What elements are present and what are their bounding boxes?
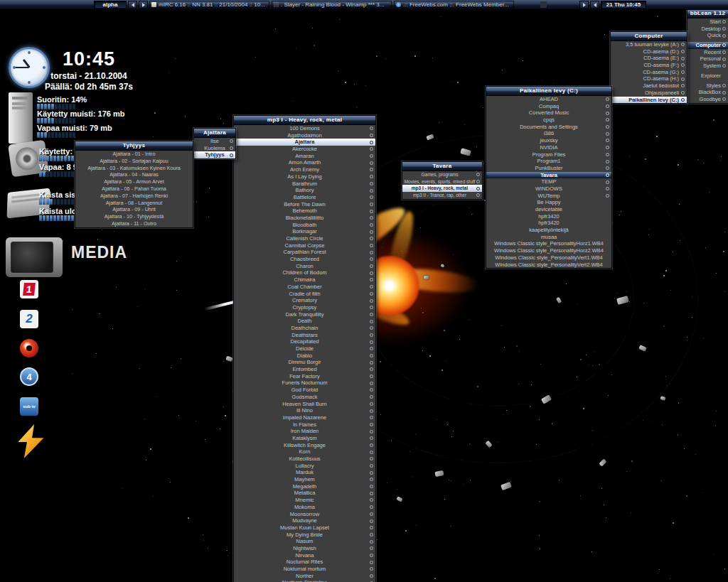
menu-item[interactable]: Callenish Circle [234, 235, 375, 242]
menu-item[interactable]: WINDOWS [486, 185, 611, 193]
menu-item[interactable]: Decapitated [234, 338, 375, 345]
menu-item[interactable]: Desktop [687, 26, 728, 33]
menu-item[interactable]: In Flames [234, 421, 375, 429]
menu-item[interactable]: Death [234, 318, 375, 325]
tray-icon[interactable] [540, 1, 547, 8]
menu-item[interactable]: Blackmetalliliitto [234, 215, 375, 222]
menu-item[interactable]: As I Lay Dying [234, 173, 375, 180]
menu-item[interactable]: jeuxsky [486, 137, 611, 144]
menu-item[interactable]: My Dying Bride [234, 532, 375, 539]
menu-item[interactable]: Converted Music [486, 109, 611, 117]
menu-item[interactable]: Behemoth [234, 208, 375, 215]
menu-item[interactable]: i386 [486, 130, 611, 137]
menu-item[interactable]: BlackBox [687, 89, 728, 96]
menu-item[interactable]: Megadeth [234, 483, 375, 490]
menu-item[interactable]: Ajattara - 09 - Uhrit [75, 206, 193, 213]
menu-item[interactable]: Ajattara - 06 - Pahan Tuoma [75, 185, 193, 193]
menu-item[interactable]: Jaetut tiedostot [611, 82, 687, 90]
menu-item[interactable]: Mayhem [234, 476, 375, 483]
menu-item[interactable]: Explorer [687, 72, 728, 80]
menu-item[interactable]: Bloodbath [234, 222, 375, 229]
menu-item[interactable]: Nokturnal mortum [234, 566, 375, 573]
taskbar-task[interactable]: mIRC 6.16 :: NN 3.81 :: 21/10/2004 :: 10… [149, 1, 269, 9]
menu-item[interactable]: Ajattara - 08 - Langennut [75, 200, 193, 207]
menu-item[interactable]: Marduk [234, 469, 375, 476]
menu-item[interactable]: Cryptopsy [234, 304, 375, 311]
menu-item[interactable]: Ohjauspaneeli [611, 90, 687, 97]
menu-item[interactable]: WUTemp [486, 193, 611, 200]
menu-item[interactable]: Program Files [486, 151, 611, 158]
menu-item[interactable]: Cradle of filth [234, 291, 375, 298]
menu-item[interactable]: AHEAD [486, 96, 611, 103]
menu-item[interactable]: Deathstars [234, 332, 375, 339]
menu-item[interactable]: kaapelityöntekijä [486, 227, 611, 234]
menu-item[interactable]: Nirvana [234, 552, 375, 559]
tray-icon[interactable] [517, 1, 523, 8]
menu-item[interactable]: Crematory [234, 297, 375, 304]
menu-item[interactable]: Nocturnal Rites [234, 559, 375, 566]
menu-item[interactable]: Metallica [234, 490, 375, 497]
menu-item[interactable]: CD-asema (H:) [611, 75, 687, 82]
menu-item[interactable]: hpfr3420 [486, 213, 611, 220]
menu-item[interactable]: Mustan Kuun Lapset [234, 524, 375, 532]
menu-item[interactable]: Compaq [486, 103, 611, 110]
menu-item[interactable]: CD-asema (E:) [611, 55, 687, 62]
menu-title[interactable]: Ajattara [194, 129, 235, 138]
menu-item[interactable]: Children of Bodom [234, 269, 375, 276]
menu-item[interactable]: devicetable [486, 206, 611, 213]
menu-item[interactable]: Start [687, 18, 728, 26]
menu-item[interactable]: Styles [687, 82, 728, 90]
menu-item[interactable]: Ajattara - 02 - Sortajan Kaipuu [75, 158, 193, 165]
menu-item[interactable]: Ajattara - 11 - Outro [75, 220, 193, 227]
menu-item[interactable]: Akercocke [234, 146, 375, 153]
menu-item[interactable]: Windows Classic style_PersonalityHorz2.W… [486, 247, 611, 254]
menu-item[interactable]: Ajattara - 03 - Katumuksen Kyinen Koura [75, 165, 193, 172]
menu-item[interactable]: Goodbye [687, 96, 728, 103]
menu-item[interactable]: Mudvayne [234, 517, 375, 524]
menu-title[interactable]: Tyhjyys [75, 141, 193, 151]
menu-item[interactable]: Be Happy [486, 199, 611, 206]
workspace-prev-button[interactable] [128, 1, 137, 9]
menu-item[interactable]: Borknagar [234, 228, 375, 235]
menu-item[interactable]: Kotiteollisuus [234, 456, 375, 463]
menu-item[interactable]: Bathory [234, 187, 375, 194]
menu-item[interactable]: Battlelore [234, 194, 375, 201]
menu-item[interactable]: mp3 II - Trance, rap, other [402, 192, 482, 199]
menu-item[interactable]: Lullacry [234, 463, 375, 470]
menu-item[interactable]: Nightwish [234, 545, 375, 552]
tray-icon[interactable] [572, 1, 578, 8]
menu-item[interactable]: Ajattara - 10 - Tyhjyydestä [75, 213, 193, 220]
menu-item[interactable]: Before The Dawn [234, 201, 375, 208]
menu-item[interactable]: Mokoma [234, 504, 375, 511]
menu-item[interactable]: Windows Classic style_PersonalityVert2.W… [486, 262, 611, 269]
menu-item[interactable]: Ajattara [234, 139, 375, 146]
menu-item[interactable]: Windows Classic style_PersonalityHorz1.W… [486, 240, 611, 247]
menu-item[interactable]: Amon Amarth [234, 159, 375, 166]
menu-item[interactable]: Windows Classic style_PersonalityVert1.W… [486, 254, 611, 262]
menu-item[interactable]: TEMP [486, 178, 611, 185]
menu-item[interactable]: Documents and Settings [486, 124, 611, 131]
menu-item[interactable]: Mnemic [234, 497, 375, 504]
tray-icon[interactable] [532, 1, 539, 8]
taskbar-task[interactable]: . Slayer - Raining Blood - Winamp *** 3.… [272, 1, 392, 9]
menu-item[interactable]: Iron Maiden [234, 428, 375, 435]
menu-item[interactable]: CD-asema (G:) [611, 69, 687, 76]
menu-item[interactable]: Ajattara - 07 - Harhojen Renki [75, 193, 193, 200]
menu-item[interactable]: Tyhjyys [194, 151, 235, 158]
menu-item[interactable]: NVIDIA [486, 144, 611, 151]
menu-item[interactable]: Funeris Nocturnum [234, 379, 375, 387]
menu-item[interactable]: Itse [194, 138, 235, 145]
menu-item[interactable]: Godsmack [234, 394, 375, 401]
menu-item[interactable]: Deicide [234, 345, 375, 352]
menu-item[interactable]: Arch Enemy [234, 166, 375, 173]
menu-item[interactable]: Norther [234, 573, 375, 580]
menu-item[interactable]: 3,5 tuuman levyke (A:) [611, 41, 687, 48]
menu-item[interactable]: Quick [687, 32, 728, 39]
tray-icon[interactable] [556, 1, 562, 8]
workspace-label[interactable]: alpha [94, 1, 127, 9]
menu-title[interactable]: mp3 I - Heavy, rock, metal [234, 116, 375, 125]
menu-item[interactable]: Entombed [234, 366, 375, 373]
tray-icon[interactable] [548, 1, 555, 8]
menu-item[interactable]: musaa [486, 234, 611, 241]
menu-item[interactable]: Kuolema [194, 145, 235, 152]
